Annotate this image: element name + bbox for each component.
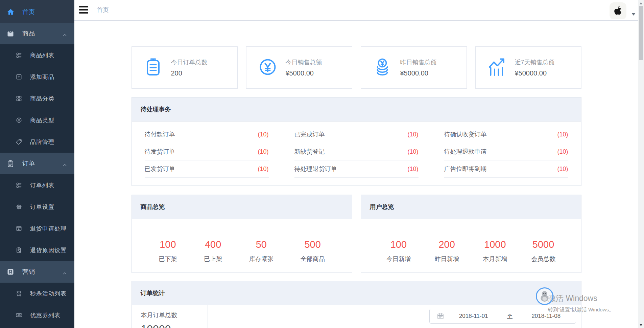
stat-cards-row: 今日订单总数 200 今日销售总额 ¥5000.00 昨日销售总额 xyxy=(132,46,581,89)
calendar-icon xyxy=(437,312,444,320)
sidebar-item-label: 退货原因设置 xyxy=(30,246,67,254)
todo-item[interactable]: 待发货订单(10) xyxy=(145,143,269,160)
user-overview-panel: 用户总览 100今日新增 200昨日新增 1000本月新增 5000会员总数 xyxy=(361,195,581,273)
overview-stat: 5000会员总数 xyxy=(531,239,555,263)
todo-count: (10) xyxy=(258,166,268,173)
sidebar-group-products[interactable]: 商品 xyxy=(0,23,74,44)
sidebar-item-label: 品牌管理 xyxy=(30,138,54,146)
sidebar-item-return-reason[interactable]: 退货原因设置 xyxy=(0,239,74,261)
product-overview-panel: 商品总览 100已下架 400已上架 50库存紧张 500全部商品 xyxy=(132,195,352,273)
todo-count: (10) xyxy=(557,148,568,155)
overview-stat: 1000本月新增 xyxy=(483,239,507,263)
add-square-icon xyxy=(16,73,22,80)
sidebar-group-orders[interactable]: 订单 xyxy=(0,153,74,174)
sidebar-item-return-request[interactable]: 退货申请处理 xyxy=(0,218,74,239)
sidebar-item-home[interactable]: 首页 xyxy=(0,1,74,23)
todo-item[interactable]: 广告位即将到期(10) xyxy=(444,160,568,178)
todo-item[interactable]: 已发货订单(10) xyxy=(145,160,269,178)
sidebar-item-brand-management[interactable]: 品牌管理 xyxy=(0,131,74,153)
overview-stat: 400已上架 xyxy=(204,239,222,263)
sidebar: 首页 商品 商品列表 添加商品 商品分类 商品类型 xyxy=(0,0,74,328)
sidebar-item-label: 秒杀活动列表 xyxy=(30,290,67,298)
sidebar-item-label: 订单设置 xyxy=(30,203,54,211)
trend-chart-icon xyxy=(486,56,508,79)
sidebar-group-label: 订单 xyxy=(22,159,35,168)
todo-count: (10) xyxy=(258,131,268,138)
overview-stat: 200昨日新增 xyxy=(435,239,459,263)
todo-item[interactable]: 待处理退货订单(10) xyxy=(294,160,419,178)
date-range-picker[interactable]: 2018-11-01 至 2018-11-08 xyxy=(429,309,576,324)
sidebar-item-order-settings[interactable]: 订单设置 xyxy=(0,196,74,218)
sidebar-item-product-category[interactable]: 商品分类 xyxy=(0,88,74,109)
scrollbar-up-arrow-icon[interactable] xyxy=(640,2,642,4)
date-start-value: 2018-11-01 xyxy=(444,313,503,320)
stat-card-value: 200 xyxy=(171,69,208,77)
sidebar-item-label: 优惠券列表 xyxy=(30,311,61,319)
order-metric-value: 10000 xyxy=(141,323,208,328)
chevron-down-icon[interactable] xyxy=(631,13,636,16)
topbar: 首页 xyxy=(74,0,638,21)
sidebar-item-add-product[interactable]: 添加商品 xyxy=(0,66,74,88)
sidebar-item-coupon-list[interactable]: 优惠券列表 xyxy=(0,304,74,326)
clipboard-icon xyxy=(6,159,15,168)
todo-count: (10) xyxy=(407,166,418,173)
sidebar-item-order-list[interactable]: 订单列表 xyxy=(0,174,74,196)
todo-item[interactable]: 已完成订单(10) xyxy=(294,126,419,143)
scrollbar-thumb[interactable] xyxy=(639,6,643,60)
order-clipboard-icon xyxy=(142,56,164,79)
hamburger-icon[interactable] xyxy=(79,6,88,14)
chevron-up-icon xyxy=(63,32,67,38)
tag-icon xyxy=(16,138,22,145)
sidebar-item-label: 商品类型 xyxy=(30,116,54,124)
order-stats-panel: 订单统计 本月订单总数 10000 2018-11-01 至 2018-11-0… xyxy=(132,281,581,328)
sidebar-item-label: 首页 xyxy=(22,8,35,16)
sidebar-group-label: 商品 xyxy=(22,29,35,38)
order-stats-title: 订单统计 xyxy=(132,281,581,305)
main-content: 今日订单总数 200 今日销售总额 ¥5000.00 昨日销售总额 xyxy=(74,21,638,328)
sidebar-item-label: 商品列表 xyxy=(30,51,54,59)
stat-card-label: 今日订单总数 xyxy=(171,58,208,66)
alarm-clock-icon xyxy=(16,290,22,297)
todo-item[interactable]: 待处理退款申请(10) xyxy=(444,143,568,160)
todo-item[interactable]: 待确认收货订单(10) xyxy=(444,126,568,143)
gear-icon xyxy=(16,203,22,210)
return-box-icon xyxy=(16,225,22,232)
todo-panel-title: 待处理事务 xyxy=(132,97,581,122)
list-icon xyxy=(16,182,22,189)
chevron-up-icon xyxy=(63,162,67,168)
todo-item[interactable]: 待付款订单(10) xyxy=(145,126,269,143)
todo-item[interactable]: 新缺货登记(10) xyxy=(294,143,419,160)
breadcrumb[interactable]: 首页 xyxy=(97,0,109,20)
apple-logo-icon xyxy=(614,6,622,16)
avatar[interactable] xyxy=(610,2,626,19)
stat-card-sales-7days: 近7天销售总额 ¥50000.00 xyxy=(475,46,581,89)
overview-stat: 100已下架 xyxy=(159,239,177,263)
stat-card-value: ¥5000.00 xyxy=(286,69,322,77)
sidebar-group-marketing[interactable]: 营销 xyxy=(0,261,74,283)
user-overview-title: 用户总览 xyxy=(361,195,581,219)
sidebar-group-label: 营销 xyxy=(22,268,35,276)
overview-row: 商品总览 100已下架 400已上架 50库存紧张 500全部商品 用户总览 1… xyxy=(132,195,581,273)
stat-card-label: 昨日销售总额 xyxy=(400,58,437,66)
coins-stack-icon xyxy=(372,56,393,79)
sidebar-item-product-list[interactable]: 商品列表 xyxy=(0,44,74,66)
sidebar-item-product-type[interactable]: 商品类型 xyxy=(0,109,74,131)
vertical-scrollbar[interactable] xyxy=(638,0,644,328)
sidebar-item-flash-sale-list[interactable]: 秒杀活动列表 xyxy=(0,283,74,304)
stat-card-value: ¥50000.00 xyxy=(515,69,555,77)
stat-card-label: 今日销售总额 xyxy=(286,58,322,66)
sidebar-item-label: 退货申请处理 xyxy=(30,225,67,233)
date-end-value: 2018-11-08 xyxy=(517,313,576,320)
scrollbar-down-arrow-icon[interactable] xyxy=(640,324,642,326)
todo-count: (10) xyxy=(557,131,568,138)
todo-count: (10) xyxy=(407,131,418,138)
bookmark-icon xyxy=(6,268,15,276)
order-metric: 本月订单总数 10000 xyxy=(132,305,208,328)
coupon-icon xyxy=(16,312,22,319)
grid-icon xyxy=(16,95,22,102)
date-separator: 至 xyxy=(503,312,517,320)
qq-penguin-icon[interactable] xyxy=(536,287,553,305)
overview-stat: 500全部商品 xyxy=(301,239,325,263)
home-icon xyxy=(6,8,15,16)
product-overview-title: 商品总览 xyxy=(132,195,352,219)
